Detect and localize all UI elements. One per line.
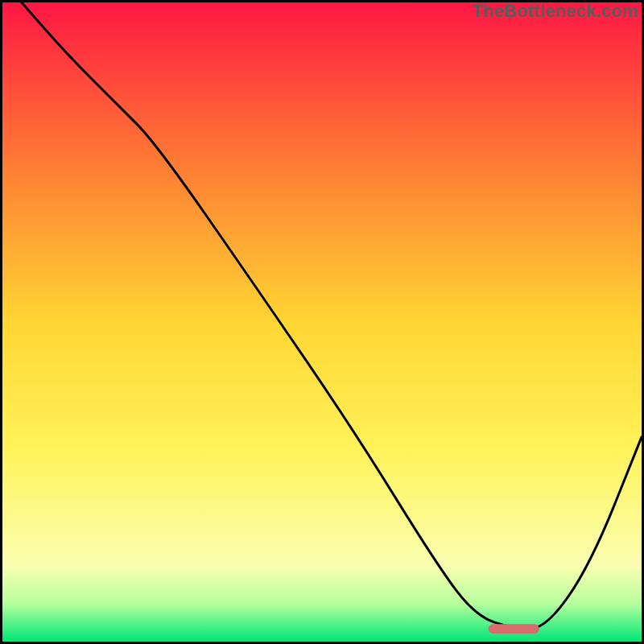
chart-frame: TheBottleneck.com [0,0,644,644]
watermark-text: TheBottleneck.com [473,1,638,22]
chart-background [2,2,642,642]
chart-canvas [2,2,642,642]
sweet-spot-marker [488,624,539,634]
